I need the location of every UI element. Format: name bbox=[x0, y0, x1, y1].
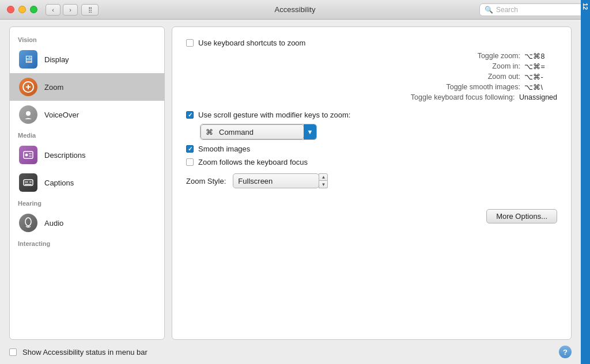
sidebar-label-display: Display bbox=[44, 55, 69, 64]
smooth-images-label: Smooth images bbox=[198, 145, 250, 153]
modifier-dropdown-arrow[interactable]: ▼ bbox=[304, 124, 316, 139]
display-icon: 🖥 bbox=[18, 49, 39, 70]
shortcut-zoom-out-value: ⌥⌘- bbox=[523, 73, 557, 81]
voiceover-icon bbox=[18, 104, 39, 125]
shortcut-focus-value: Unassigned bbox=[517, 93, 558, 101]
close-button[interactable] bbox=[7, 6, 14, 13]
zoom-style-label: Zoom Style: bbox=[186, 177, 226, 185]
more-options-button[interactable]: More Options... bbox=[486, 209, 557, 223]
shortcut-smooth-images-value: ⌥⌘\ bbox=[523, 83, 557, 92]
search-bar[interactable]: 🔍 Search bbox=[479, 3, 583, 16]
sidebar-section-interacting: Interacting bbox=[10, 237, 164, 249]
grid-button[interactable]: ⣿ bbox=[81, 4, 99, 16]
zoom-style-container[interactable]: Fullscreen ▲ ▼ bbox=[233, 173, 328, 188]
shortcut-focus-label: Toggle keyboard focus following: bbox=[411, 93, 515, 101]
shortcut-smooth-images-label: Toggle smooth images: bbox=[446, 83, 520, 92]
maximize-button[interactable] bbox=[30, 6, 37, 13]
sidebar-item-voiceover[interactable]: VoiceOver bbox=[10, 101, 164, 128]
svg-point-5 bbox=[25, 154, 28, 157]
zoom-style-select[interactable]: Fullscreen bbox=[233, 173, 319, 188]
main-panel: Use keyboard shortcuts to zoom Toggle zo… bbox=[172, 26, 572, 340]
zoom-style-up[interactable]: ▲ bbox=[319, 173, 328, 181]
keyboard-shortcuts-label: Use keyboard shortcuts to zoom bbox=[198, 39, 305, 47]
svg-rect-4 bbox=[24, 151, 33, 158]
scroll-gesture-row: Use scroll gesture with modifier keys to… bbox=[186, 111, 557, 119]
sidebar-label-voiceover: VoiceOver bbox=[44, 111, 79, 119]
sidebar-section-vision: Vision bbox=[10, 33, 164, 46]
keyboard-shortcuts-row: Use keyboard shortcuts to zoom bbox=[186, 39, 557, 47]
shortcut-zoom-out: Zoom out: ⌥⌘- bbox=[200, 73, 557, 81]
shortcuts-table: Toggle zoom: ⌥⌘8 Zoom in: ⌥⌘= Zoom out: … bbox=[200, 52, 557, 101]
titlebar: ‹ › ⣿ Accessibility 🔍 Search bbox=[0, 0, 590, 20]
zoom-style-down[interactable]: ▼ bbox=[319, 181, 328, 188]
sidebar-item-descriptions[interactable]: Descriptions bbox=[10, 141, 164, 169]
shortcut-zoom-out-label: Zoom out: bbox=[488, 73, 520, 81]
modifier-cmd-symbol: ⌘ bbox=[206, 128, 213, 136]
sidebar-item-zoom[interactable]: Zoom bbox=[10, 73, 164, 101]
search-placeholder: Search bbox=[496, 6, 518, 14]
keyboard-focus-label: Zoom follows the keyboard focus bbox=[198, 158, 308, 166]
smooth-images-row: Smooth images bbox=[186, 145, 557, 153]
minimize-button[interactable] bbox=[18, 6, 26, 13]
sidebar-section-media: Media bbox=[10, 128, 164, 141]
search-icon: 🔍 bbox=[485, 6, 493, 14]
bottom-bar: Show Accessibility status in menu bar ? bbox=[0, 340, 581, 364]
modifier-select[interactable]: ⌘ Command bbox=[201, 124, 304, 139]
shortcut-zoom-in: Zoom in: ⌥⌘= bbox=[200, 62, 557, 71]
modifier-select-container[interactable]: ⌘ Command ▼ bbox=[200, 124, 317, 140]
shortcut-zoom-in-value: ⌥⌘= bbox=[523, 62, 557, 71]
shortcut-toggle-zoom-label: Toggle zoom: bbox=[478, 52, 520, 60]
menu-bar-label: Show Accessibility status in menu bar bbox=[22, 348, 553, 357]
descriptions-icon bbox=[18, 145, 39, 165]
keyboard-focus-checkbox[interactable] bbox=[186, 158, 194, 166]
audio-icon bbox=[18, 213, 39, 233]
sidebar-item-captions[interactable]: Captions bbox=[10, 169, 164, 196]
modifier-dropdown-row: ⌘ Command ▼ bbox=[200, 124, 557, 140]
sidebar-item-display[interactable]: 🖥 Display bbox=[10, 46, 164, 73]
svg-point-3 bbox=[26, 111, 31, 116]
svg-point-12 bbox=[25, 218, 31, 226]
sidebar-section-hearing: Hearing bbox=[10, 196, 164, 209]
shortcut-zoom-in-label: Zoom in: bbox=[492, 62, 520, 71]
right-strip: 12 bbox=[581, 0, 590, 364]
main-window: Vision 🖥 Display Zoom bbox=[0, 20, 581, 364]
traffic-lights bbox=[7, 6, 37, 13]
forward-button[interactable]: › bbox=[63, 4, 78, 16]
modifier-label: Command bbox=[219, 128, 254, 136]
window-title: Accessibility bbox=[275, 5, 316, 14]
keyboard-shortcuts-checkbox[interactable] bbox=[186, 39, 194, 47]
keyboard-focus-row: Zoom follows the keyboard focus bbox=[186, 158, 557, 166]
smooth-images-checkbox[interactable] bbox=[186, 145, 194, 153]
sidebar-label-audio: Audio bbox=[44, 219, 63, 227]
shortcut-smooth-images: Toggle smooth images: ⌥⌘\ bbox=[200, 83, 557, 92]
scroll-gesture-label: Use scroll gesture with modifier keys to… bbox=[198, 111, 350, 119]
more-options-container: More Options... bbox=[186, 200, 557, 223]
menu-bar-checkbox[interactable] bbox=[9, 348, 17, 356]
sidebar-label-zoom: Zoom bbox=[44, 83, 63, 92]
right-strip-label: 12 bbox=[581, 0, 589, 10]
back-button[interactable]: ‹ bbox=[46, 4, 60, 16]
sidebar-item-audio[interactable]: Audio bbox=[10, 209, 164, 237]
shortcut-toggle-zoom: Toggle zoom: ⌥⌘8 bbox=[200, 52, 557, 60]
zoom-style-stepper[interactable]: ▲ ▼ bbox=[319, 173, 328, 188]
scroll-gesture-checkbox[interactable] bbox=[186, 111, 194, 119]
captions-icon bbox=[18, 172, 39, 193]
nav-buttons: ‹ › bbox=[46, 4, 78, 16]
shortcut-toggle-zoom-value: ⌥⌘8 bbox=[523, 52, 557, 60]
content-area: Vision 🖥 Display Zoom bbox=[0, 20, 581, 340]
help-button[interactable]: ? bbox=[559, 346, 572, 358]
sidebar-label-descriptions: Descriptions bbox=[44, 151, 86, 160]
zoom-icon bbox=[18, 77, 39, 97]
zoom-style-row: Zoom Style: Fullscreen ▲ ▼ bbox=[186, 173, 557, 188]
sidebar-label-captions: Captions bbox=[44, 179, 74, 187]
shortcut-focus-following: Toggle keyboard focus following: Unassig… bbox=[200, 93, 557, 101]
sidebar: Vision 🖥 Display Zoom bbox=[9, 26, 165, 340]
